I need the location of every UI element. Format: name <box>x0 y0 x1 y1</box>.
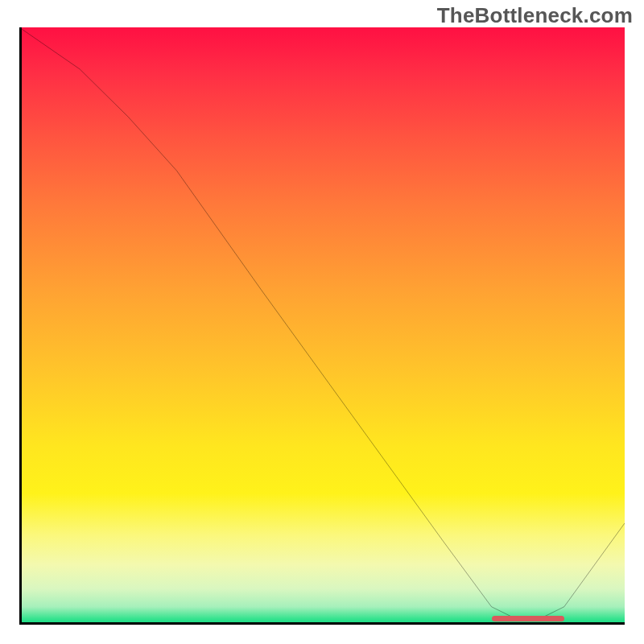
plot-area <box>19 27 625 625</box>
bottleneck-curve <box>19 27 625 625</box>
optimal-range-marker <box>492 616 564 621</box>
chart-frame: TheBottleneck.com <box>0 0 644 644</box>
watermark-text: TheBottleneck.com <box>437 3 633 28</box>
